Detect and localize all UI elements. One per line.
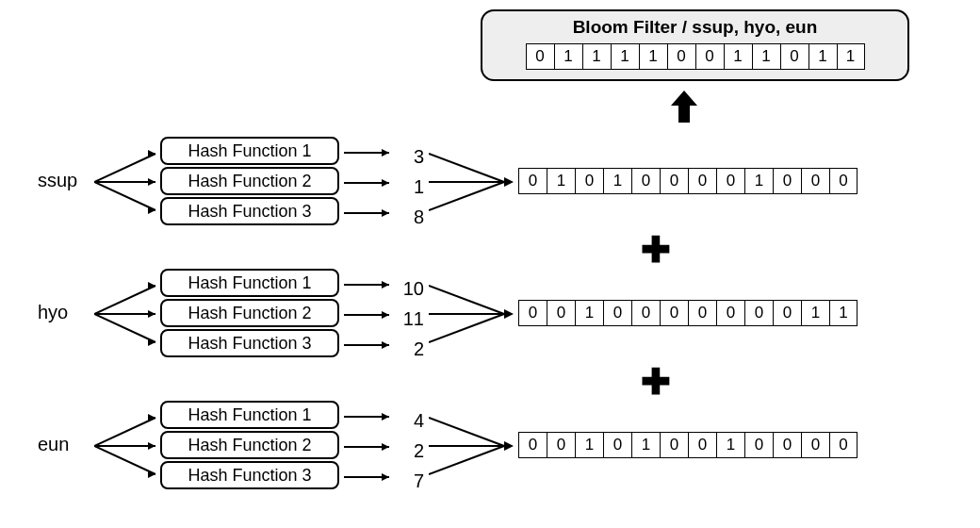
- svg-marker-3: [148, 178, 155, 186]
- arrow-right-icon: [344, 338, 391, 353]
- bit-cell: 1: [631, 432, 660, 458]
- arrow-right-icon: [344, 409, 391, 424]
- input-label: hyo: [38, 302, 94, 323]
- plus-icon: ✚: [641, 364, 671, 400]
- svg-line-30: [429, 314, 504, 342]
- svg-marker-47: [504, 441, 514, 451]
- bit-cell: 1: [639, 43, 667, 70]
- hash-output-value: 8: [396, 202, 424, 232]
- arrow-right-icon: [344, 439, 391, 454]
- arrow-right-icon: [344, 206, 391, 221]
- svg-line-16: [94, 286, 155, 314]
- bit-cell: 0: [801, 432, 829, 458]
- bit-cell: 0: [547, 432, 575, 458]
- bit-cell: 1: [808, 43, 837, 70]
- fanout-left-icon: [94, 281, 160, 347]
- bit-cell: 0: [631, 300, 660, 326]
- svg-marker-31: [504, 309, 514, 319]
- bit-cell: 0: [801, 168, 829, 194]
- hash-section-hyo: hyo Hash Function 1Hash Function 2Hash F…: [38, 264, 942, 368]
- bit-cell: 1: [724, 43, 752, 70]
- bit-cell: 1: [547, 168, 575, 194]
- hash-function-box: Hash Function 3: [160, 461, 339, 489]
- arrow-right-icon: [344, 307, 391, 322]
- bit-cell: 0: [780, 43, 808, 70]
- svg-marker-9: [382, 179, 389, 187]
- svg-marker-27: [382, 341, 389, 349]
- hash-function-box: Hash Function 2: [160, 299, 339, 327]
- bit-cell: 1: [575, 432, 603, 458]
- bit-cell: 0: [603, 432, 631, 458]
- svg-marker-23: [382, 281, 389, 289]
- bit-cell: 0: [688, 432, 716, 458]
- svg-line-12: [429, 154, 504, 182]
- svg-line-14: [429, 182, 504, 210]
- svg-marker-19: [148, 310, 155, 318]
- bloom-filter-result: Bloom Filter / ssup, hyo, eun 0111100110…: [481, 9, 909, 81]
- plus-icon: ✚: [641, 232, 671, 268]
- hash-function-box: Hash Function 1: [160, 137, 339, 165]
- fanin-right-icon: [429, 149, 514, 215]
- bit-cell: 1: [752, 43, 780, 70]
- svg-line-28: [429, 286, 504, 314]
- hash-function-box: Hash Function 2: [160, 167, 339, 195]
- hash-section-eun: eun Hash Function 1Hash Function 2Hash F…: [38, 396, 942, 500]
- hash-outputs: 10112: [396, 273, 424, 364]
- hash-outputs: 427: [396, 405, 424, 496]
- bit-cell: 1: [829, 300, 858, 326]
- hash-function-box: Hash Function 1: [160, 401, 339, 429]
- hash-output-value: 2: [396, 334, 424, 364]
- bit-cell: 1: [744, 168, 773, 194]
- result-title: Bloom Filter / ssup, hyo, eun: [492, 17, 898, 38]
- svg-marker-41: [382, 443, 389, 451]
- bit-cell: 0: [518, 432, 547, 458]
- bit-cell: 0: [667, 43, 695, 70]
- bitrow-hyo: 001000000011: [518, 300, 858, 326]
- result-bitrow: 011110011011: [492, 43, 898, 70]
- hash-output-value: 2: [396, 436, 424, 466]
- svg-line-4: [94, 182, 155, 210]
- bit-cell: 1: [837, 43, 865, 70]
- bit-cell: 0: [716, 168, 744, 194]
- input-label: ssup: [38, 170, 94, 191]
- bitrow-eun: 001010010000: [518, 432, 858, 458]
- bitrow-ssup: 010100001000: [518, 168, 858, 194]
- bit-cell: 0: [603, 300, 631, 326]
- arrow-right-icon: [344, 145, 391, 160]
- bit-cell: 0: [575, 168, 603, 194]
- bit-cell: 0: [829, 432, 858, 458]
- fanin-right-icon: [429, 281, 514, 347]
- bit-cell: 0: [773, 168, 801, 194]
- bit-cell: 1: [582, 43, 611, 70]
- bit-cell: 1: [716, 432, 744, 458]
- bit-cell: 0: [744, 432, 773, 458]
- bit-cell: 0: [773, 432, 801, 458]
- svg-line-20: [94, 314, 155, 342]
- hash-function-group: Hash Function 1Hash Function 2Hash Funct…: [160, 269, 339, 359]
- svg-marker-25: [382, 311, 389, 319]
- bit-cell: 0: [829, 168, 858, 194]
- bit-cell: 1: [801, 300, 829, 326]
- bit-cell: 1: [554, 43, 582, 70]
- svg-marker-7: [382, 149, 389, 157]
- hash-section-ssup: ssup Hash Function 1Hash Function 2Hash …: [38, 132, 942, 236]
- hash-function-box: Hash Function 1: [160, 269, 339, 297]
- hash-output-value: 11: [396, 304, 424, 334]
- bit-cell: 0: [660, 168, 688, 194]
- bit-cell: 1: [575, 300, 603, 326]
- svg-marker-11: [382, 209, 389, 217]
- arrow-right-icon: [344, 470, 391, 485]
- bit-cell: 0: [660, 300, 688, 326]
- hash-function-group: Hash Function 1Hash Function 2Hash Funct…: [160, 401, 339, 491]
- svg-marker-43: [382, 473, 389, 481]
- up-arrow-icon: [671, 91, 697, 123]
- svg-line-36: [94, 446, 155, 474]
- svg-line-46: [429, 446, 504, 474]
- fanout-left-icon: [94, 413, 160, 479]
- bit-cell: 0: [547, 300, 575, 326]
- hash-function-box: Hash Function 3: [160, 197, 339, 225]
- bit-cell: 0: [518, 300, 547, 326]
- fanin-right-icon: [429, 413, 514, 479]
- hash-output-value: 1: [396, 172, 424, 202]
- hash-function-box: Hash Function 2: [160, 431, 339, 459]
